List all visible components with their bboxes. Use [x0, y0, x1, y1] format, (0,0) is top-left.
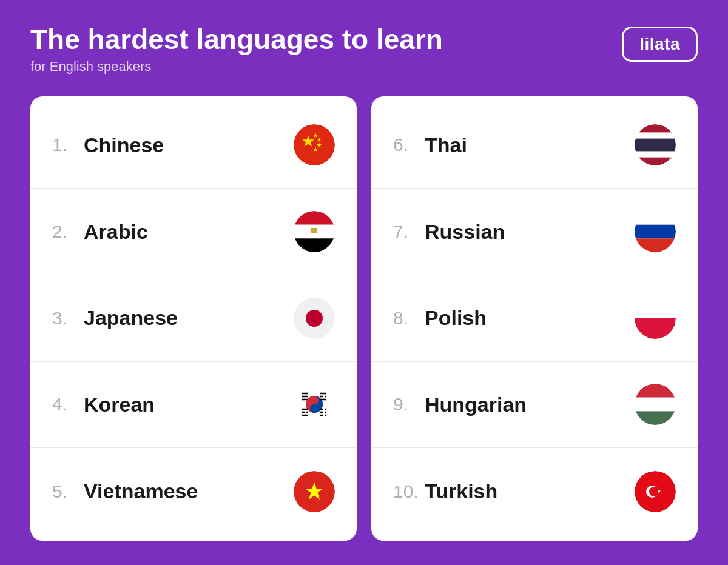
svg-point-0 [294, 124, 335, 165]
flag-japanese [294, 298, 335, 339]
svg-rect-41 [635, 158, 676, 166]
language-russian: Russian [425, 220, 635, 244]
svg-rect-48 [635, 225, 676, 239]
list-item: 5. Vietnamese [30, 448, 357, 535]
svg-rect-40 [635, 124, 676, 133]
list-item: 6. Thai [371, 102, 698, 189]
svg-rect-53 [635, 318, 676, 339]
svg-point-13 [306, 310, 323, 327]
svg-rect-47 [635, 211, 676, 225]
list-item: 2. Arabic [30, 189, 357, 275]
language-vietnamese: Vietnamese [84, 480, 294, 503]
rank-3: 3. [52, 308, 84, 329]
svg-rect-11 [311, 228, 317, 233]
list-item: 7. Russian [371, 189, 698, 275]
flag-korean [294, 384, 335, 425]
flag-hungarian [635, 384, 676, 425]
flag-russian [635, 211, 676, 252]
flag-polish [635, 298, 676, 339]
svg-rect-52 [635, 298, 676, 318]
flag-turkish [635, 471, 676, 512]
rank-8: 8. [393, 308, 425, 329]
language-korean: Korean [84, 393, 294, 416]
language-thai: Thai [425, 133, 635, 157]
rank-5: 5. [52, 481, 84, 502]
list-item: 4. Korean [30, 362, 357, 449]
svg-point-61 [649, 487, 659, 496]
subtitle: for English speakers [30, 59, 443, 75]
language-hungarian: Hungarian [425, 393, 635, 416]
list-item: 9. Hungarian [371, 362, 698, 449]
language-turkish: Turkish [425, 480, 635, 503]
list-item: 8. Polish [371, 275, 698, 362]
lists-container: 1. Chinese 2. Arabic [30, 96, 698, 541]
flag-thai [635, 124, 676, 165]
svg-rect-8 [294, 211, 335, 225]
svg-rect-43 [635, 152, 676, 158]
list-item: 1. Chinese [30, 102, 357, 189]
rank-2: 2. [52, 221, 84, 242]
language-chinese: Chinese [84, 133, 294, 157]
svg-rect-58 [635, 412, 676, 426]
svg-rect-42 [635, 133, 676, 139]
flag-vietnamese [294, 471, 335, 512]
svg-rect-57 [635, 398, 676, 412]
language-polish: Polish [425, 306, 635, 330]
title-block: The hardest languages to learn for Engli… [30, 24, 443, 75]
svg-rect-10 [294, 238, 335, 252]
list-item: 10. Turkish [371, 448, 698, 535]
flag-chinese [294, 124, 335, 165]
language-arabic: Arabic [84, 220, 294, 244]
header: The hardest languages to learn for Engli… [30, 24, 698, 75]
right-list-card: 6. Thai 7. Russia [371, 96, 698, 541]
list-item: 3. Japanese [30, 275, 357, 362]
rank-7: 7. [393, 221, 425, 242]
left-list-card: 1. Chinese 2. Arabic [30, 96, 357, 541]
rank-9: 9. [393, 394, 425, 415]
rank-1: 1. [52, 135, 84, 155]
rank-4: 4. [52, 394, 84, 415]
language-japanese: Japanese [84, 306, 294, 330]
flag-arabic [294, 211, 335, 252]
svg-rect-44 [635, 139, 676, 152]
svg-rect-56 [635, 384, 676, 398]
rank-10: 10. [393, 481, 425, 502]
svg-rect-49 [635, 238, 676, 252]
rank-6: 6. [393, 135, 425, 155]
main-title: The hardest languages to learn [30, 24, 443, 55]
brand-logo: lilata [622, 27, 698, 62]
